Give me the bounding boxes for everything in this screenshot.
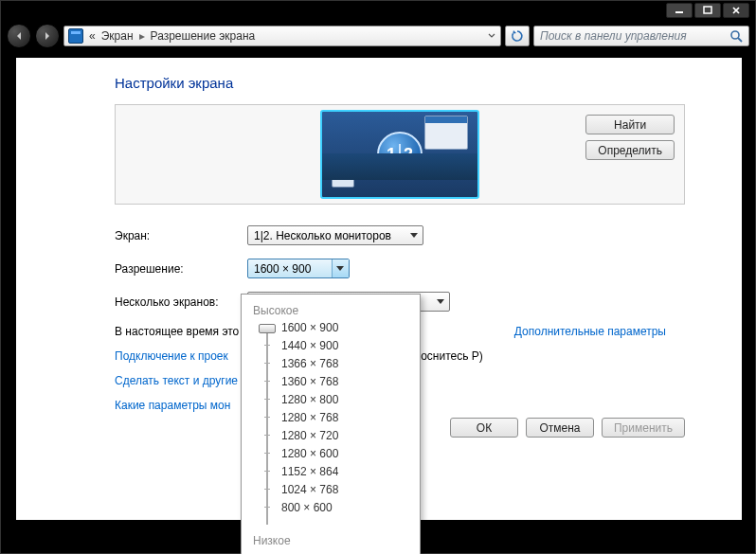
- monitor-number-1: 1: [387, 145, 396, 165]
- resolution-option[interactable]: 1280 × 768: [281, 411, 338, 424]
- monitor-ghost-window: [424, 116, 468, 150]
- maximize-button[interactable]: [694, 3, 721, 18]
- resolution-option[interactable]: 1280 × 800: [281, 393, 338, 406]
- control-panel-icon: [68, 28, 83, 44]
- projector-link[interactable]: Подключение к проек: [115, 349, 228, 363]
- close-button[interactable]: [723, 3, 749, 18]
- resolution-values-list: 1600 × 900 1440 × 900 1366 × 768 1360 × …: [281, 321, 338, 530]
- refresh-button[interactable]: [505, 26, 530, 46]
- ok-button[interactable]: ОК: [450, 418, 518, 438]
- page-title: Настройки экрана: [115, 75, 742, 91]
- multiple-label: Несколько экранов:: [115, 295, 247, 309]
- which-params-link[interactable]: Какие параметры мон: [115, 399, 230, 412]
- monitor-preview-panel: 1 2 Найти Определить: [115, 104, 685, 205]
- chevron-down-icon: [336, 266, 344, 271]
- resolution-option[interactable]: 1360 × 768: [281, 375, 338, 388]
- advanced-settings-link[interactable]: Дополнительные параметры: [514, 325, 666, 338]
- monitor-number-2: 2: [404, 145, 413, 165]
- nav-bar: « Экран ▸ Разрешение экрана Поиск в пане…: [1, 20, 755, 52]
- search-placeholder: Поиск в панели управления: [540, 29, 687, 43]
- resolution-select-value: 1600 × 900: [254, 262, 311, 276]
- apply-button[interactable]: Применить: [602, 418, 685, 438]
- address-dropdown-icon[interactable]: [487, 29, 496, 45]
- projector-hint: оснитесь P): [421, 349, 483, 363]
- svg-rect-1: [704, 7, 711, 13]
- back-button[interactable]: [7, 24, 31, 48]
- find-button[interactable]: Найти: [585, 115, 675, 134]
- monitor-badge-divider: [399, 144, 401, 165]
- monitor-taskbar-thumb: [332, 169, 354, 188]
- breadcrumb-item[interactable]: Разрешение экрана: [151, 29, 256, 43]
- resolution-option[interactable]: 1280 × 720: [281, 429, 338, 442]
- forward-button[interactable]: [35, 24, 60, 48]
- text-size-link[interactable]: Сделать текст и другие: [115, 374, 238, 387]
- cancel-button[interactable]: Отмена: [526, 418, 594, 438]
- identify-button[interactable]: Определить: [585, 140, 675, 160]
- resolution-option[interactable]: 1024 × 768: [281, 483, 338, 496]
- resolution-slider-track[interactable]: [264, 327, 270, 525]
- chevron-down-icon: [437, 299, 444, 304]
- resolution-option[interactable]: 1280 × 600: [281, 447, 338, 460]
- breadcrumb-item[interactable]: Экран: [101, 29, 134, 43]
- search-icon: [729, 29, 743, 43]
- search-box[interactable]: Поиск в панели управления: [533, 26, 749, 46]
- minimize-button[interactable]: [666, 3, 693, 18]
- resolution-option[interactable]: 1366 × 768: [281, 357, 338, 370]
- chevron-right-icon: ▸: [139, 29, 145, 43]
- monitor-badge: 1 2: [377, 132, 423, 177]
- chevron-down-icon: [410, 233, 418, 238]
- resolution-select[interactable]: 1600 × 900: [247, 259, 350, 278]
- resolution-option[interactable]: 800 × 600: [281, 501, 338, 514]
- resolution-high-label: Высокое: [253, 304, 410, 317]
- resolution-option[interactable]: 1152 × 864: [281, 465, 338, 478]
- svg-rect-0: [675, 11, 683, 13]
- status-text: В настоящее время это: [115, 325, 239, 338]
- breadcrumb-prefix: «: [89, 29, 96, 43]
- screen-select-value: 1|2. Несколько мониторов: [254, 229, 391, 242]
- resolution-option[interactable]: 1600 × 900: [281, 321, 338, 334]
- titlebar: [1, 1, 755, 20]
- resolution-option[interactable]: 1440 × 900: [281, 339, 338, 352]
- window-frame: « Экран ▸ Разрешение экрана Поиск в пане…: [0, 0, 756, 554]
- resolution-label: Разрешение:: [115, 262, 247, 276]
- svg-line-5: [738, 38, 742, 42]
- resolution-slider-thumb[interactable]: [259, 324, 276, 333]
- address-bar[interactable]: « Экран ▸ Разрешение экрана: [63, 26, 501, 46]
- resolution-low-label: Низкое: [253, 534, 410, 547]
- resolution-popup[interactable]: Высокое 1600 × 900 1440 × 900 1366 × 768…: [241, 294, 421, 554]
- screen-select[interactable]: 1|2. Несколько мониторов: [247, 225, 423, 245]
- svg-point-4: [731, 31, 739, 39]
- monitor-thumbnail[interactable]: 1 2: [320, 110, 479, 199]
- screen-label: Экран:: [115, 229, 247, 242]
